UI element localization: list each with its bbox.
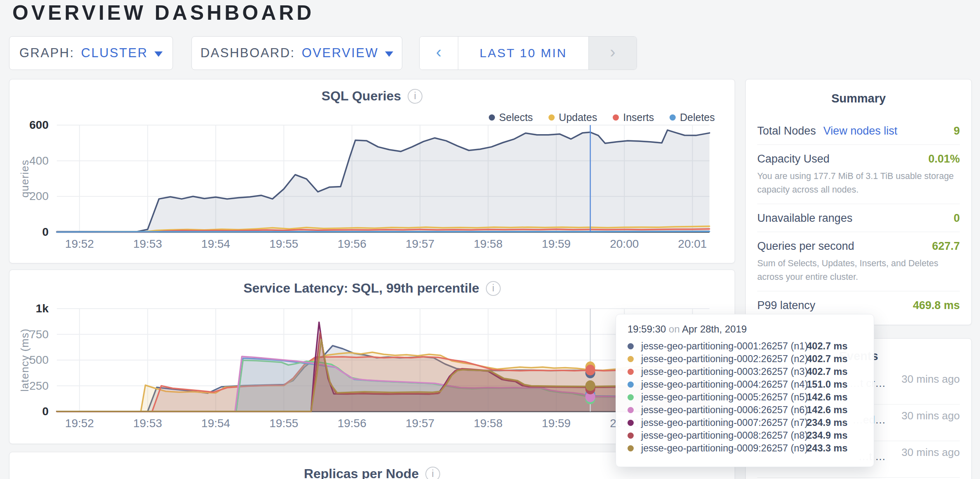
svg-text:latency (ms): latency (ms) xyxy=(19,328,31,392)
svg-text:19:57: 19:57 xyxy=(406,237,434,250)
node-dot-icon xyxy=(628,394,634,400)
node-dot-icon xyxy=(628,420,634,426)
svg-text:500: 500 xyxy=(29,353,49,366)
chart-hover-tooltip: 19:59:30 on Apr 28th, 2019 jesse-geo-par… xyxy=(616,314,874,467)
svg-text:600: 600 xyxy=(29,119,49,131)
tooltip-node-name: jesse-geo-partitioning-0003:26257 (n3) xyxy=(641,366,807,377)
summary-value: 627.7 xyxy=(932,240,960,253)
node-dot-icon xyxy=(628,369,634,375)
summary-value: 0.01% xyxy=(928,153,960,165)
svg-text:0: 0 xyxy=(42,405,49,418)
tooltip-row: jesse-geo-partitioning-0002:26257 (n2)40… xyxy=(628,353,862,365)
tooltip-row: jesse-geo-partitioning-0003:26257 (n3)40… xyxy=(628,365,862,378)
svg-text:19:52: 19:52 xyxy=(65,417,94,430)
tooltip-node-name: jesse-geo-partitioning-0004:26257 (n4) xyxy=(641,379,807,390)
replicas-per-node-title: Replicas per Node xyxy=(304,466,419,479)
svg-text:19:58: 19:58 xyxy=(474,417,502,430)
node-dot-icon xyxy=(628,356,634,362)
summary-label: Unavailable ranges xyxy=(757,212,852,225)
tooltip-node-value: 243.3 ms xyxy=(807,443,847,454)
tooltip-row: jesse-geo-partitioning-0001:26257 (n1)40… xyxy=(628,340,862,353)
event-time: 30 mins ago xyxy=(890,408,960,423)
graph-dropdown[interactable]: GRAPH: CLUSTER xyxy=(9,36,173,70)
tooltip-node-value: 402.7 ms xyxy=(807,353,847,365)
summary-title: Summary xyxy=(757,92,960,105)
chevron-down-icon xyxy=(154,51,163,57)
summary-label: Queries per second xyxy=(757,240,854,253)
time-prev-button[interactable]: ‹ xyxy=(420,37,458,70)
tooltip-row: jesse-geo-partitioning-0004:26257 (n4)15… xyxy=(628,378,862,391)
tooltip-node-value: 402.7 ms xyxy=(807,366,847,377)
time-range-label[interactable]: LAST 10 MIN xyxy=(458,37,588,70)
svg-text:200: 200 xyxy=(29,190,49,202)
svg-text:19:52: 19:52 xyxy=(65,237,94,250)
node-dot-icon xyxy=(628,407,634,413)
tooltip-time: 19:59:30 xyxy=(628,323,666,335)
summary-rows: Total NodesView nodes list9Capacity Used… xyxy=(757,117,960,319)
service-latency-title: Service Latency: SQL, 99th percentile xyxy=(243,281,479,296)
svg-text:19:54: 19:54 xyxy=(201,417,230,430)
summary-caption: You are using 177.7 MiB of 3.1 TiB usabl… xyxy=(757,170,960,197)
svg-text:400: 400 xyxy=(29,154,49,167)
svg-text:20:00: 20:00 xyxy=(610,237,639,250)
view-nodes-link[interactable]: View nodes list xyxy=(824,125,898,137)
tooltip-node-value: 234.9 ms xyxy=(807,430,847,441)
svg-text:19:55: 19:55 xyxy=(269,237,298,250)
sql-queries-title: SQL Queries xyxy=(322,88,401,104)
tooltip-node-name: jesse-geo-partitioning-0002:26257 (n2) xyxy=(641,353,807,365)
chevron-right-icon: › xyxy=(610,43,615,61)
tooltip-node-value: 142.6 ms xyxy=(807,405,847,416)
svg-text:19:58: 19:58 xyxy=(474,237,502,250)
tooltip-node-name: jesse-geo-partitioning-0008:26257 (n8) xyxy=(641,430,807,441)
info-icon[interactable]: i xyxy=(425,467,440,479)
tooltip-row: jesse-geo-partitioning-0008:26257 (n8)23… xyxy=(628,429,862,442)
dashboard-dropdown-label: DASHBOARD: xyxy=(201,46,295,60)
tooltip-header: 19:59:30 on Apr 28th, 2019 xyxy=(628,323,862,335)
tooltip-rows: jesse-geo-partitioning-0001:26257 (n1)40… xyxy=(628,340,862,455)
summary-value: 9 xyxy=(954,125,960,137)
dashboard-dropdown-value: OVERVIEW xyxy=(302,46,379,60)
page-title: OVERVIEW DASHBOARD xyxy=(12,1,314,25)
svg-text:queries: queries xyxy=(19,160,31,198)
sql-queries-chart[interactable]: 020040060019:5219:5319:5419:5519:5619:57… xyxy=(18,119,727,262)
svg-text:20:01: 20:01 xyxy=(678,237,707,250)
tooltip-node-value: 402.7 ms xyxy=(807,341,847,352)
time-range-selector: ‹ LAST 10 MIN › xyxy=(419,36,637,70)
svg-text:750: 750 xyxy=(29,328,49,341)
tooltip-row: jesse-geo-partitioning-0006:26257 (n6)14… xyxy=(628,404,862,416)
tooltip-node-name: jesse-geo-partitioning-0009:26257 (n9) xyxy=(641,443,807,454)
svg-text:19:53: 19:53 xyxy=(133,237,162,250)
summary-label: P99 latency xyxy=(757,299,815,312)
time-next-button[interactable]: › xyxy=(588,37,637,70)
chevron-left-icon: ‹ xyxy=(436,43,441,61)
node-dot-icon xyxy=(628,445,634,451)
svg-text:19:59: 19:59 xyxy=(542,237,571,250)
svg-text:19:56: 19:56 xyxy=(338,237,366,250)
overview-dashboard-page: OVERVIEW DASHBOARD GRAPH: CLUSTER DASHBO… xyxy=(0,0,980,479)
tooltip-node-name: jesse-geo-partitioning-0007:26257 (n7) xyxy=(641,417,807,428)
tooltip-row: jesse-geo-partitioning-0005:26257 (n5)14… xyxy=(628,391,862,404)
summary-value: 469.8 ms xyxy=(913,299,960,312)
info-icon[interactable]: i xyxy=(486,281,501,296)
dashboard-dropdown[interactable]: DASHBOARD: OVERVIEW xyxy=(191,36,402,70)
tooltip-node-name: jesse-geo-partitioning-0001:26257 (n1) xyxy=(641,341,807,352)
svg-text:19:53: 19:53 xyxy=(133,417,162,430)
tooltip-conjunction: on xyxy=(669,323,680,335)
summary-caption: Sum of Selects, Updates, Inserts, and De… xyxy=(757,257,960,284)
graph-dropdown-value: CLUSTER xyxy=(81,46,148,60)
summary-value: 0 xyxy=(954,212,960,225)
tooltip-node-name: jesse-geo-partitioning-0005:26257 (n5) xyxy=(641,392,807,403)
tooltip-node-value: 142.6 ms xyxy=(807,392,847,403)
tooltip-node-name: jesse-geo-partitioning-0006:26257 (n6) xyxy=(641,405,807,416)
tooltip-date: Apr 28th, 2019 xyxy=(682,323,747,335)
summary-row: Total NodesView nodes list9 xyxy=(757,117,960,145)
node-dot-icon xyxy=(628,343,634,349)
tooltip-row: jesse-geo-partitioning-0007:26257 (n7)23… xyxy=(628,416,862,429)
svg-text:19:57: 19:57 xyxy=(406,417,434,430)
svg-text:0: 0 xyxy=(42,226,49,238)
info-icon[interactable]: i xyxy=(408,89,422,104)
graph-dropdown-label: GRAPH: xyxy=(19,46,75,60)
tooltip-node-value: 234.9 ms xyxy=(807,417,847,428)
sql-queries-card: SQL Queries i SelectsUpdatesInsertsDelet… xyxy=(9,79,735,263)
svg-text:19:55: 19:55 xyxy=(269,417,298,430)
